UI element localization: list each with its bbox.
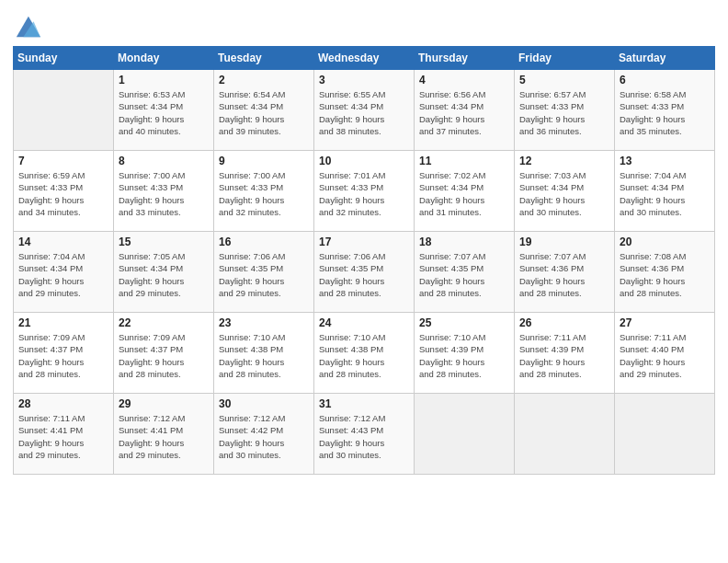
cell-content: Sunrise: 6:58 AM Sunset: 4:33 PM Dayligh… — [620, 88, 710, 137]
calendar-cell: 6Sunrise: 6:58 AM Sunset: 4:33 PM Daylig… — [615, 70, 715, 151]
calendar-cell: 27Sunrise: 7:11 AM Sunset: 4:40 PM Dayli… — [615, 313, 715, 394]
day-number: 2 — [219, 74, 309, 86]
calendar-week-row: 14Sunrise: 7:04 AM Sunset: 4:34 PM Dayli… — [14, 232, 715, 313]
day-number: 13 — [620, 155, 710, 167]
calendar-cell: 21Sunrise: 7:09 AM Sunset: 4:37 PM Dayli… — [14, 313, 114, 394]
day-number: 12 — [519, 155, 609, 167]
cell-content: Sunrise: 7:09 AM Sunset: 4:37 PM Dayligh… — [119, 331, 209, 380]
cell-content: Sunrise: 7:12 AM Sunset: 4:41 PM Dayligh… — [119, 412, 209, 461]
header-day-wednesday: Wednesday — [314, 47, 415, 70]
calendar-cell: 9Sunrise: 7:00 AM Sunset: 4:33 PM Daylig… — [214, 151, 314, 232]
calendar-cell: 26Sunrise: 7:11 AM Sunset: 4:39 PM Dayli… — [515, 313, 615, 394]
calendar-cell: 7Sunrise: 6:59 AM Sunset: 4:33 PM Daylig… — [14, 151, 114, 232]
day-number: 10 — [319, 155, 409, 167]
header-day-friday: Friday — [515, 47, 615, 70]
calendar-cell: 4Sunrise: 6:56 AM Sunset: 4:34 PM Daylig… — [415, 70, 515, 151]
calendar-cell — [615, 394, 715, 475]
cell-content: Sunrise: 6:57 AM Sunset: 4:33 PM Dayligh… — [519, 88, 609, 137]
day-number: 22 — [119, 316, 209, 329]
cell-content: Sunrise: 7:12 AM Sunset: 4:42 PM Dayligh… — [219, 412, 309, 461]
cell-content: Sunrise: 7:06 AM Sunset: 4:35 PM Dayligh… — [319, 250, 409, 299]
cell-content: Sunrise: 7:11 AM Sunset: 4:41 PM Dayligh… — [18, 412, 108, 461]
cell-content: Sunrise: 7:02 AM Sunset: 4:34 PM Dayligh… — [419, 169, 509, 218]
calendar-week-row: 1Sunrise: 6:53 AM Sunset: 4:34 PM Daylig… — [14, 70, 715, 151]
day-number: 23 — [219, 316, 309, 329]
day-number: 26 — [519, 316, 609, 329]
calendar-cell: 17Sunrise: 7:06 AM Sunset: 4:35 PM Dayli… — [314, 232, 415, 313]
calendar-cell: 2Sunrise: 6:54 AM Sunset: 4:34 PM Daylig… — [214, 70, 314, 151]
cell-content: Sunrise: 7:03 AM Sunset: 4:34 PM Dayligh… — [519, 169, 609, 218]
calendar-cell: 5Sunrise: 6:57 AM Sunset: 4:33 PM Daylig… — [515, 70, 615, 151]
day-number: 17 — [319, 236, 409, 248]
day-number: 4 — [419, 74, 509, 86]
cell-content: Sunrise: 7:08 AM Sunset: 4:36 PM Dayligh… — [620, 250, 710, 299]
cell-content: Sunrise: 7:11 AM Sunset: 4:39 PM Dayligh… — [519, 331, 609, 380]
logo — [13, 13, 40, 39]
day-number: 30 — [219, 397, 309, 410]
calendar-cell: 15Sunrise: 7:05 AM Sunset: 4:34 PM Dayli… — [114, 232, 214, 313]
header-day-saturday: Saturday — [615, 47, 715, 70]
calendar-cell: 18Sunrise: 7:07 AM Sunset: 4:35 PM Dayli… — [415, 232, 515, 313]
calendar-week-row: 28Sunrise: 7:11 AM Sunset: 4:41 PM Dayli… — [14, 394, 715, 475]
cell-content: Sunrise: 7:07 AM Sunset: 4:36 PM Dayligh… — [519, 250, 609, 299]
calendar-cell: 10Sunrise: 7:01 AM Sunset: 4:33 PM Dayli… — [314, 151, 415, 232]
day-number: 16 — [219, 236, 309, 248]
calendar-cell — [14, 70, 114, 151]
calendar-cell: 24Sunrise: 7:10 AM Sunset: 4:38 PM Dayli… — [314, 313, 415, 394]
cell-content: Sunrise: 7:06 AM Sunset: 4:35 PM Dayligh… — [219, 250, 309, 299]
header-day-monday: Monday — [114, 47, 214, 70]
calendar-cell: 30Sunrise: 7:12 AM Sunset: 4:42 PM Dayli… — [214, 394, 314, 475]
day-number: 9 — [219, 155, 309, 167]
cell-content: Sunrise: 7:12 AM Sunset: 4:43 PM Dayligh… — [319, 412, 409, 461]
calendar-cell: 3Sunrise: 6:55 AM Sunset: 4:34 PM Daylig… — [314, 70, 415, 151]
calendar-cell — [515, 394, 615, 475]
cell-content: Sunrise: 6:53 AM Sunset: 4:34 PM Dayligh… — [119, 88, 209, 137]
cell-content: Sunrise: 7:10 AM Sunset: 4:38 PM Dayligh… — [319, 331, 409, 380]
header-day-sunday: Sunday — [14, 47, 114, 70]
calendar-cell: 31Sunrise: 7:12 AM Sunset: 4:43 PM Dayli… — [314, 394, 415, 475]
calendar-cell — [415, 394, 515, 475]
day-number: 7 — [18, 155, 108, 167]
day-number: 28 — [18, 397, 108, 410]
calendar-cell: 19Sunrise: 7:07 AM Sunset: 4:36 PM Dayli… — [515, 232, 615, 313]
cell-content: Sunrise: 7:04 AM Sunset: 4:34 PM Dayligh… — [620, 169, 710, 218]
cell-content: Sunrise: 6:59 AM Sunset: 4:33 PM Dayligh… — [18, 169, 108, 218]
day-number: 6 — [620, 74, 710, 86]
cell-content: Sunrise: 7:10 AM Sunset: 4:38 PM Dayligh… — [219, 331, 309, 380]
day-number: 27 — [620, 316, 710, 329]
cell-content: Sunrise: 7:09 AM Sunset: 4:37 PM Dayligh… — [18, 331, 108, 380]
calendar-cell: 20Sunrise: 7:08 AM Sunset: 4:36 PM Dayli… — [615, 232, 715, 313]
calendar-header-row: SundayMondayTuesdayWednesdayThursdayFrid… — [14, 47, 715, 70]
logo-icon — [15, 13, 40, 39]
cell-content: Sunrise: 7:00 AM Sunset: 4:33 PM Dayligh… — [219, 169, 309, 218]
cell-content: Sunrise: 7:04 AM Sunset: 4:34 PM Dayligh… — [18, 250, 108, 299]
day-number: 19 — [519, 236, 609, 248]
day-number: 3 — [319, 74, 409, 86]
day-number: 11 — [419, 155, 509, 167]
day-number: 29 — [119, 397, 209, 410]
day-number: 18 — [419, 236, 509, 248]
cell-content: Sunrise: 7:07 AM Sunset: 4:35 PM Dayligh… — [419, 250, 509, 299]
calendar-cell: 16Sunrise: 7:06 AM Sunset: 4:35 PM Dayli… — [214, 232, 314, 313]
cell-content: Sunrise: 6:55 AM Sunset: 4:34 PM Dayligh… — [319, 88, 409, 137]
cell-content: Sunrise: 6:56 AM Sunset: 4:34 PM Dayligh… — [419, 88, 509, 137]
day-number: 5 — [519, 74, 609, 86]
calendar-week-row: 21Sunrise: 7:09 AM Sunset: 4:37 PM Dayli… — [14, 313, 715, 394]
calendar-cell: 14Sunrise: 7:04 AM Sunset: 4:34 PM Dayli… — [14, 232, 114, 313]
day-number: 1 — [119, 74, 209, 86]
day-number: 15 — [119, 236, 209, 248]
cell-content: Sunrise: 7:00 AM Sunset: 4:33 PM Dayligh… — [119, 169, 209, 218]
day-number: 20 — [620, 236, 710, 248]
page: SundayMondayTuesdayWednesdayThursdayFrid… — [0, 0, 728, 563]
day-number: 31 — [319, 397, 409, 410]
day-number: 8 — [119, 155, 209, 167]
calendar-cell: 13Sunrise: 7:04 AM Sunset: 4:34 PM Dayli… — [615, 151, 715, 232]
calendar-cell: 11Sunrise: 7:02 AM Sunset: 4:34 PM Dayli… — [415, 151, 515, 232]
calendar-cell: 12Sunrise: 7:03 AM Sunset: 4:34 PM Dayli… — [515, 151, 615, 232]
cell-content: Sunrise: 7:10 AM Sunset: 4:39 PM Dayligh… — [419, 331, 509, 380]
day-number: 24 — [319, 316, 409, 329]
day-number: 25 — [419, 316, 509, 329]
calendar-cell: 8Sunrise: 7:00 AM Sunset: 4:33 PM Daylig… — [114, 151, 214, 232]
cell-content: Sunrise: 7:01 AM Sunset: 4:33 PM Dayligh… — [319, 169, 409, 218]
cell-content: Sunrise: 7:11 AM Sunset: 4:40 PM Dayligh… — [620, 331, 710, 380]
